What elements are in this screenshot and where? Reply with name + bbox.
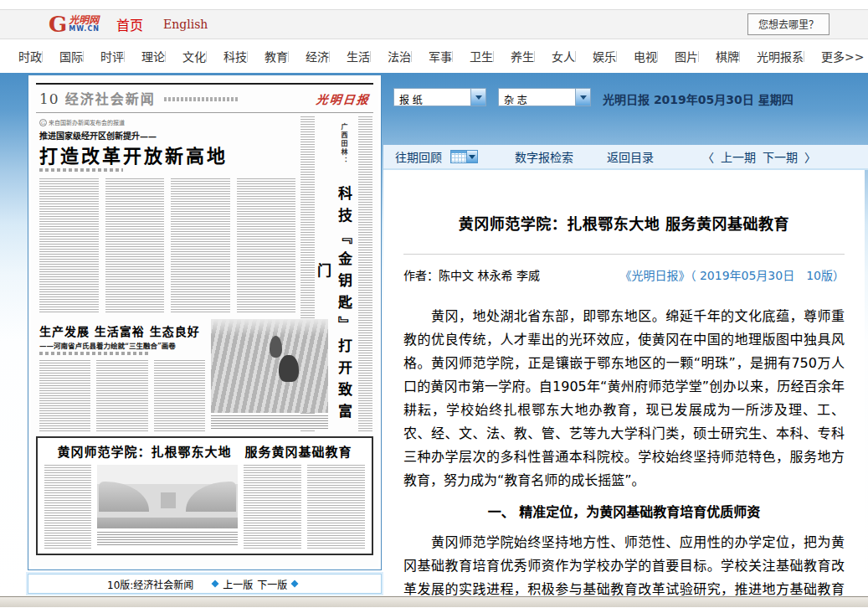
article-panel: 黄冈师范学院：扎根鄂东大地 服务黄冈基础教育 作者：陈中文 林永希 李威 《光明…: [383, 170, 865, 596]
fake-text-column: [154, 360, 205, 432]
nav-item[interactable]: 养生: [493, 48, 534, 64]
where-to-go-box[interactable]: 您想去哪里？: [747, 13, 829, 35]
fake-text-column: [96, 360, 147, 432]
issue-nav: 〈 上一期 下一期 〉: [702, 148, 816, 165]
main-area: 10 经济社会新闻 光明日报 G 来自国新办新闻发布会的报道 推进国家级经开区创…: [0, 73, 868, 596]
nav-item[interactable]: 军事: [411, 48, 452, 64]
nav-item[interactable]: 国际: [42, 48, 83, 64]
logo-g-glyph: G: [49, 15, 67, 33]
article-source: 《光明日报》（ 2019年05月30日 10版）: [619, 266, 845, 283]
campus-gate-photo: [97, 465, 238, 528]
next-issue-link[interactable]: 下一期: [763, 148, 798, 165]
nav-item[interactable]: 娱乐: [575, 48, 616, 64]
chevron-down-icon: [469, 155, 475, 162]
fake-text-column: [171, 178, 230, 314]
nav-item[interactable]: 电视: [616, 48, 657, 64]
nav-item[interactable]: 教育: [247, 48, 288, 64]
nav-item[interactable]: 光明报系: [739, 48, 804, 64]
logo-domain-text: MW.CN: [69, 25, 100, 33]
issue-date: 2019年05月30日: [654, 93, 754, 106]
current-page-label: 10版:经济社会新闻: [107, 577, 193, 591]
photo-gate-left: [99, 482, 149, 512]
angle-right-icon: 〉: [804, 148, 816, 165]
next-page-link[interactable]: 下一版: [257, 577, 287, 591]
story1-byline-placeholder: [39, 168, 123, 172]
featured-article-box: 黄冈师范学院：扎根鄂东大地 服务黄冈基础教育: [36, 436, 373, 555]
paper-select-value: 报 纸: [394, 89, 470, 106]
nav-item[interactable]: 棋牌: [698, 48, 739, 64]
home-link[interactable]: 首页: [116, 14, 143, 34]
story2-text-columns: [39, 360, 205, 432]
photo-figure: [270, 336, 282, 358]
photo-road: [97, 518, 238, 528]
article-author: 作者：陈中文 林永希 李威: [403, 266, 540, 283]
nav-item[interactable]: 更多>>: [804, 48, 864, 64]
photo-caption-placeholder: [211, 415, 328, 430]
scan-page-number: 10: [39, 90, 59, 107]
nav-item[interactable]: 女人: [534, 48, 575, 64]
photo-building: [161, 492, 176, 508]
prev-page-link[interactable]: 上一版: [223, 577, 253, 591]
page-nav-links: 上一版 下一版: [212, 577, 298, 591]
campus-photo-block: [97, 465, 238, 550]
scan-kicker-text: 来自国新办新闻发布会的报道: [49, 118, 125, 126]
dropdown-button[interactable]: [575, 89, 590, 106]
digital-search-link[interactable]: 数字报检索: [515, 148, 573, 165]
fake-text-column: [39, 178, 99, 314]
gmw-logo[interactable]: G 光明网 MW.CN: [49, 15, 100, 33]
calendar-picker[interactable]: [450, 150, 478, 163]
chevron-down-icon: [580, 95, 587, 103]
field-planting-photo: [211, 319, 328, 413]
article-section-heading: 一、 精准定位，为黄冈基础教育培育优质师资: [403, 501, 845, 524]
magazine-select[interactable]: 杂 志: [498, 88, 591, 106]
story1-kicker: 推进国家级经开区创新提升——: [39, 129, 157, 142]
nav-list: 时政国际时评理论文化科技教育经济生活法治军事卫生养生女人娱乐电视图片棋牌光明报系…: [0, 48, 868, 64]
nav-item[interactable]: 图片: [657, 48, 698, 64]
article-meta-row: 作者：陈中文 林永希 李威 《光明日报》（ 2019年05月30日 10版）: [403, 266, 845, 283]
paper-select[interactable]: 报 纸: [393, 88, 486, 106]
article-paragraph: 黄冈师范学院始终坚持地方性、师范性、应用性的办学定位，把为黄冈基础教育培育优秀师…: [403, 531, 845, 596]
story2-headline: 生产发展 生活富裕 生态良好: [39, 322, 200, 339]
story2-byline-placeholder: [39, 352, 148, 355]
top-margin: [0, 0, 868, 9]
nav-item[interactable]: 科技: [206, 48, 247, 64]
magazine-select-value: 杂 志: [499, 89, 575, 106]
logo-script-text: 光明网: [69, 16, 100, 25]
nav-item[interactable]: 卫生: [452, 48, 493, 64]
nav-item[interactable]: 经济: [288, 48, 329, 64]
g-badge-icon: G: [39, 119, 47, 126]
issue-toolbar: 往期回顾 数字报检索 返回目录 〈 上一期 下一期 〉: [383, 145, 868, 170]
nav-item[interactable]: 时政: [18, 48, 42, 64]
angle-left-icon: 〈: [702, 148, 714, 165]
divider: [403, 254, 845, 255]
dropdown-button[interactable]: [470, 89, 485, 106]
scan-dateline-placeholder: [164, 97, 238, 101]
fake-text-column: [39, 360, 90, 432]
prev-page-icon[interactable]: [212, 580, 219, 587]
featured-article-body: [44, 465, 365, 550]
back-to-toc-link[interactable]: 返回目录: [607, 148, 654, 165]
issue-weekday: 星期四: [758, 93, 794, 106]
article-paragraph: 黄冈，地处湖北省东部，即鄂东地区。绵延千年的文化底蕴，尊师重教的优良传统，人才辈…: [403, 305, 845, 492]
calendar-dropdown-button[interactable]: [467, 150, 478, 163]
page-root: G 光明网 MW.CN 首页 English 您想去哪里？ 时政国际时评理论文化…: [0, 0, 868, 608]
scan-section-name: 经济社会新闻: [65, 88, 156, 108]
newspaper-page-image[interactable]: 10 经济社会新闻 光明日报 G 来自国新办新闻发布会的报道 推进国家级经开区创…: [28, 75, 382, 570]
archive-link[interactable]: 往期回顾: [395, 148, 442, 165]
nav-item[interactable]: 时评: [83, 48, 124, 64]
story2-subtitle: ——河南省卢氏县着力绘就“三生融合”画卷: [39, 340, 176, 350]
prev-issue-link[interactable]: 上一期: [721, 148, 756, 165]
english-link[interactable]: English: [163, 18, 208, 31]
nav-item[interactable]: 生活: [329, 48, 370, 64]
fake-text-column: [44, 465, 91, 550]
scan-masthead-row: 10 经济社会新闻 光明日报: [39, 88, 370, 110]
featured-article-headline: 黄冈师范学院：扎根鄂东大地 服务黄冈基础教育: [38, 442, 372, 460]
next-page-icon[interactable]: [291, 580, 299, 587]
nav-item[interactable]: 文化: [165, 48, 206, 64]
main-nav: 时政国际时评理论文化科技教育经济生活法治军事卫生养生女人娱乐电视图片棋牌光明报系…: [0, 39, 868, 73]
fake-text-column: [358, 116, 372, 431]
nav-item[interactable]: 法治: [370, 48, 411, 64]
site-header: G 光明网 MW.CN 首页 English 您想去哪里？: [0, 9, 868, 39]
fake-text-column: [237, 178, 296, 314]
nav-item[interactable]: 理论: [124, 48, 165, 64]
